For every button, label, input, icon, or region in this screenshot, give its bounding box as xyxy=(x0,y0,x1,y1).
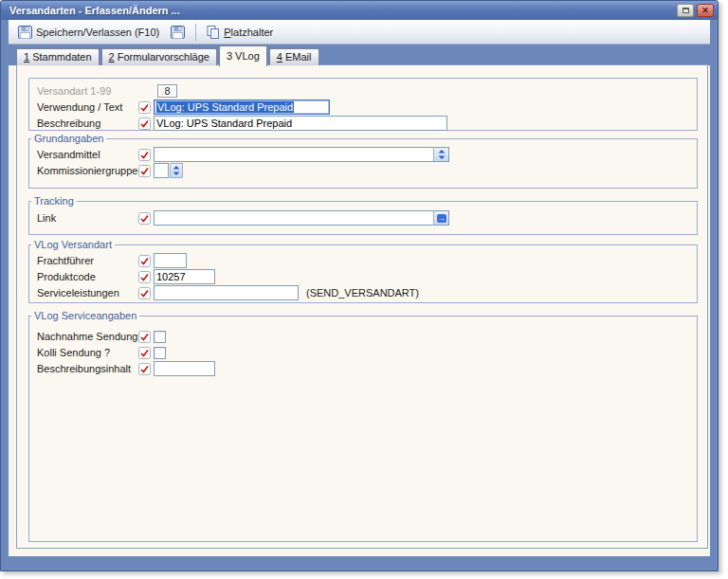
kommissioniergruppe-input[interactable] xyxy=(154,163,169,178)
verwendung-input[interactable]: VLog: UPS Standard Prepaid xyxy=(154,100,330,115)
beschreibungsinhalt-row: Beschreibungsinhalt xyxy=(37,361,697,376)
toolbar: Speichern/Verlassen (F10) Platzhalter xyxy=(9,20,710,45)
field-check-icon[interactable] xyxy=(138,271,151,283)
restore-button[interactable] xyxy=(677,4,694,17)
serviceleistungen-input[interactable] xyxy=(154,285,299,300)
up-down-arrows-icon xyxy=(438,150,446,159)
frachtfuehrer-label: Frachtführer xyxy=(37,255,138,266)
save-exit-button[interactable]: Speichern/Verlassen (F10) xyxy=(12,23,165,42)
save-icon xyxy=(18,26,32,39)
selected-text: VLog: UPS Standard Prepaid xyxy=(156,101,294,113)
titlebar: Versandarten - Erfassen/Ändern ... ✕ xyxy=(1,1,718,20)
versandmittel-row: Versandmittel xyxy=(37,147,697,162)
versandart-label: Versandart 1-99 xyxy=(37,85,138,97)
field-check-icon[interactable] xyxy=(138,287,151,299)
save-icon xyxy=(171,26,185,39)
field-check-icon[interactable] xyxy=(138,118,151,130)
field-check-icon[interactable] xyxy=(138,149,151,161)
save-icon-button[interactable] xyxy=(165,23,191,42)
header-groupbox: Versandart 1-99 8 Verwendung / Text VLog… xyxy=(28,78,698,131)
vlog-versandart-legend: VLog Versandart xyxy=(31,239,115,250)
link-open-button[interactable]: → xyxy=(433,211,448,225)
beschreibung-input[interactable] xyxy=(154,116,447,131)
tab-bar: 1 Stammdaten 2 Formularvorschläge 3 VLog… xyxy=(16,45,319,65)
serviceleistungen-row: Serviceleistungen (SEND_VERSANDART) xyxy=(37,285,697,300)
grundangaben-groupbox: Grundangaben Versandmittel Kommissionier… xyxy=(28,133,698,189)
link-row: Link → xyxy=(37,210,697,226)
field-check-icon[interactable] xyxy=(138,101,151,114)
tracking-legend: Tracking xyxy=(31,195,77,207)
kolli-row: Kolli Sendung ? xyxy=(37,345,697,360)
beschreibungsinhalt-label: Beschreibungsinhalt xyxy=(37,363,138,374)
field-check-icon[interactable] xyxy=(138,347,151,359)
versandart-row: Versandart 1-99 8 xyxy=(37,83,697,99)
grundangaben-legend: Grundangaben xyxy=(31,133,106,144)
serviceleistungen-suffix: (SEND_VERSANDART) xyxy=(306,287,419,299)
vlog-versandart-groupbox: VLog Versandart Frachtführer Produktcode… xyxy=(28,239,698,303)
platzhalter-label: Platzhalter xyxy=(224,27,273,38)
window-title: Versandarten - Erfassen/Ändern ... xyxy=(9,5,674,16)
tab-vlog[interactable]: 3 VLog xyxy=(219,45,267,66)
save-exit-label: Speichern/Verlassen (F10) xyxy=(36,27,159,38)
nachnahme-label: Nachnahme Sendung ? xyxy=(37,331,138,342)
field-check-icon[interactable] xyxy=(138,331,151,343)
up-down-arrows-icon xyxy=(173,166,180,175)
beschreibung-label: Beschreibung xyxy=(37,118,138,129)
field-check-icon[interactable] xyxy=(138,363,151,375)
field-check-icon[interactable] xyxy=(138,165,151,177)
nachnahme-row: Nachnahme Sendung ? xyxy=(37,329,697,344)
vlog-serviceangaben-legend: VLog Serviceangaben xyxy=(31,310,139,321)
copy-icon xyxy=(207,26,220,39)
kommissioniergruppe-row: Kommissioniergruppe xyxy=(37,163,697,178)
toolbar-separator xyxy=(195,24,196,41)
versandmittel-dropdown-button[interactable] xyxy=(433,148,448,161)
link-field: → xyxy=(154,210,449,226)
arrow-right-icon: → xyxy=(437,214,446,223)
platzhalter-button[interactable]: Platzhalter xyxy=(201,23,279,42)
verwendung-label: Verwendung / Text xyxy=(37,101,138,113)
field-check-icon[interactable] xyxy=(138,255,151,267)
serviceleistungen-label: Serviceleistungen xyxy=(37,287,138,299)
close-icon: ✕ xyxy=(701,7,709,15)
restore-icon xyxy=(682,8,689,13)
tab-page-vlog: Versandart 1-99 8 Verwendung / Text VLog… xyxy=(16,64,708,549)
versandart-value: 8 xyxy=(157,84,177,98)
link-input[interactable] xyxy=(155,211,433,225)
frachtfuehrer-input[interactable] xyxy=(154,253,187,268)
vlog-serviceangaben-groupbox: VLog Serviceangaben Nachnahme Sendung ? … xyxy=(28,310,698,542)
client-area: Speichern/Verlassen (F10) Platzhalter 1 … xyxy=(9,20,710,556)
kolli-checkbox[interactable] xyxy=(154,347,166,359)
link-label: Link xyxy=(37,212,138,224)
beschreibungsinhalt-input[interactable] xyxy=(154,361,215,376)
versandmittel-combo xyxy=(154,147,449,162)
kommissioniergruppe-label: Kommissioniergruppe xyxy=(37,165,138,176)
produktcode-input[interactable] xyxy=(154,269,215,284)
nachnahme-checkbox[interactable] xyxy=(154,331,166,343)
dialog-window: Versandarten - Erfassen/Ändern ... ✕ Spe… xyxy=(0,0,719,571)
kommissioniergruppe-spinner-button[interactable] xyxy=(170,163,183,178)
versandmittel-label: Versandmittel xyxy=(37,149,138,160)
produktcode-row: Produktcode xyxy=(37,269,697,284)
versandmittel-input[interactable] xyxy=(155,148,433,161)
field-check-icon[interactable] xyxy=(138,212,151,225)
beschreibung-row: Beschreibung xyxy=(37,116,697,131)
produktcode-label: Produktcode xyxy=(37,271,138,282)
tracking-groupbox: Tracking Link → xyxy=(28,195,698,235)
close-button[interactable]: ✕ xyxy=(697,4,714,17)
tab-stammdaten[interactable]: 1 Stammdaten xyxy=(16,48,100,65)
kolli-label: Kolli Sendung ? xyxy=(37,347,138,358)
tab-email[interactable]: 4 EMail xyxy=(269,48,319,65)
frachtfuehrer-row: Frachtführer xyxy=(37,253,697,268)
verwendung-row: Verwendung / Text VLog: UPS Standard Pre… xyxy=(37,100,697,115)
tab-formularvorschlaege[interactable]: 2 Formularvorschläge xyxy=(101,48,217,65)
